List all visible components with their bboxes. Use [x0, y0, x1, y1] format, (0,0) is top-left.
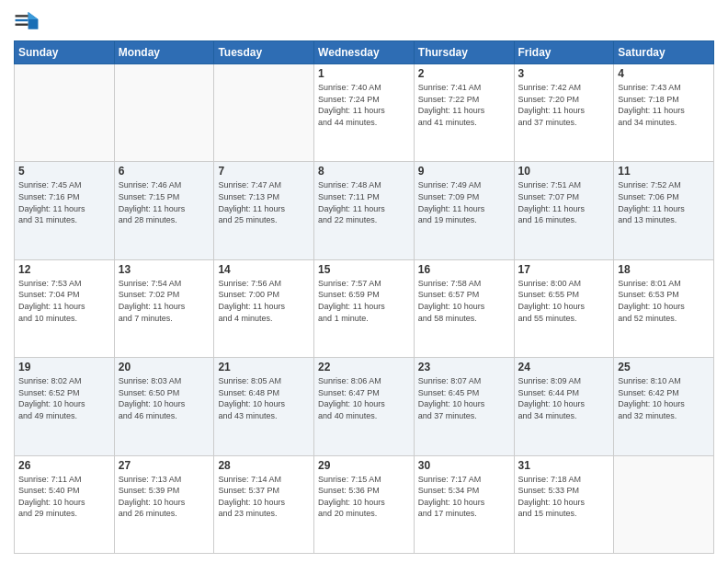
calendar-cell: 24Sunrise: 8:09 AM Sunset: 6:44 PM Dayli… — [514, 358, 614, 455]
calendar-cell: 17Sunrise: 8:00 AM Sunset: 6:55 PM Dayli… — [514, 259, 614, 357]
week-row: 1Sunrise: 7:40 AM Sunset: 7:24 PM Daylig… — [15, 64, 714, 162]
day-number: 29 — [318, 459, 410, 472]
day-number: 17 — [518, 263, 610, 276]
calendar-cell: 8Sunrise: 7:48 AM Sunset: 7:11 PM Daylig… — [314, 162, 415, 259]
day-info: Sunrise: 7:53 AM Sunset: 7:04 PM Dayligh… — [18, 278, 110, 324]
calendar-cell: 1Sunrise: 7:40 AM Sunset: 7:24 PM Daylig… — [314, 64, 415, 162]
day-info: Sunrise: 8:09 AM Sunset: 6:44 PM Dayligh… — [518, 375, 610, 421]
day-number: 14 — [218, 263, 310, 276]
day-info: Sunrise: 8:00 AM Sunset: 6:55 PM Dayligh… — [518, 278, 610, 324]
day-number: 8 — [318, 165, 410, 178]
week-row: 5Sunrise: 7:45 AM Sunset: 7:16 PM Daylig… — [15, 162, 714, 259]
day-info: Sunrise: 7:49 AM Sunset: 7:09 PM Dayligh… — [418, 179, 510, 225]
day-info: Sunrise: 7:43 AM Sunset: 7:18 PM Dayligh… — [618, 82, 710, 128]
day-number: 18 — [618, 263, 710, 276]
day-info: Sunrise: 7:41 AM Sunset: 7:22 PM Dayligh… — [418, 82, 510, 128]
day-info: Sunrise: 7:15 AM Sunset: 5:36 PM Dayligh… — [318, 474, 410, 520]
day-number: 22 — [318, 361, 410, 373]
day-number: 6 — [119, 165, 210, 178]
svg-rect-4 — [16, 19, 28, 21]
day-info: Sunrise: 7:48 AM Sunset: 7:11 PM Dayligh… — [318, 179, 410, 225]
day-number: 25 — [618, 361, 710, 373]
calendar-cell: 18Sunrise: 8:01 AM Sunset: 6:53 PM Dayli… — [614, 259, 714, 357]
day-info: Sunrise: 7:11 AM Sunset: 5:40 PM Dayligh… — [18, 474, 110, 520]
week-row: 19Sunrise: 8:02 AM Sunset: 6:52 PM Dayli… — [15, 358, 714, 455]
calendar-cell: 23Sunrise: 8:07 AM Sunset: 6:45 PM Dayli… — [414, 358, 514, 455]
day-info: Sunrise: 7:18 AM Sunset: 5:33 PM Dayligh… — [518, 474, 610, 520]
day-number: 13 — [119, 263, 210, 276]
calendar-cell: 19Sunrise: 8:02 AM Sunset: 6:52 PM Dayli… — [15, 358, 115, 455]
page: SundayMondayTuesdayWednesdayThursdayFrid… — [0, 0, 728, 563]
calendar-cell: 3Sunrise: 7:42 AM Sunset: 7:20 PM Daylig… — [514, 64, 614, 162]
day-info: Sunrise: 8:10 AM Sunset: 6:42 PM Dayligh… — [618, 375, 710, 421]
day-info: Sunrise: 7:42 AM Sunset: 7:20 PM Dayligh… — [518, 82, 610, 128]
day-info: Sunrise: 7:14 AM Sunset: 5:37 PM Dayligh… — [218, 474, 310, 520]
svg-rect-3 — [16, 15, 28, 17]
col-header-thursday: Thursday — [414, 41, 514, 64]
calendar-cell — [114, 64, 214, 162]
day-info: Sunrise: 8:05 AM Sunset: 6:48 PM Dayligh… — [218, 375, 310, 421]
day-info: Sunrise: 8:03 AM Sunset: 6:50 PM Dayligh… — [119, 375, 210, 421]
day-info: Sunrise: 7:45 AM Sunset: 7:16 PM Dayligh… — [18, 179, 110, 225]
day-number: 2 — [418, 67, 510, 80]
calendar-cell: 29Sunrise: 7:15 AM Sunset: 5:36 PM Dayli… — [314, 455, 415, 553]
day-number: 7 — [218, 165, 310, 178]
col-header-sunday: Sunday — [15, 41, 115, 64]
calendar-cell: 22Sunrise: 8:06 AM Sunset: 6:47 PM Dayli… — [314, 358, 415, 455]
calendar-cell: 28Sunrise: 7:14 AM Sunset: 5:37 PM Dayli… — [214, 455, 314, 553]
calendar-cell: 5Sunrise: 7:45 AM Sunset: 7:16 PM Daylig… — [15, 162, 115, 259]
calendar-cell: 10Sunrise: 7:51 AM Sunset: 7:07 PM Dayli… — [514, 162, 614, 259]
logo — [14, 9, 43, 35]
calendar-cell: 16Sunrise: 7:58 AM Sunset: 6:57 PM Dayli… — [414, 259, 514, 357]
calendar-cell: 4Sunrise: 7:43 AM Sunset: 7:18 PM Daylig… — [614, 64, 714, 162]
col-header-saturday: Saturday — [614, 41, 714, 64]
day-number: 4 — [618, 67, 710, 80]
calendar-cell: 7Sunrise: 7:47 AM Sunset: 7:13 PM Daylig… — [214, 162, 314, 259]
day-info: Sunrise: 8:01 AM Sunset: 6:53 PM Dayligh… — [618, 278, 710, 324]
day-number: 15 — [318, 263, 410, 276]
day-number: 3 — [518, 67, 610, 80]
day-number: 9 — [418, 165, 510, 178]
calendar-cell: 21Sunrise: 8:05 AM Sunset: 6:48 PM Dayli… — [214, 358, 314, 455]
calendar-cell: 11Sunrise: 7:52 AM Sunset: 7:06 PM Dayli… — [614, 162, 714, 259]
calendar-cell: 26Sunrise: 7:11 AM Sunset: 5:40 PM Dayli… — [15, 455, 115, 553]
calendar-cell: 9Sunrise: 7:49 AM Sunset: 7:09 PM Daylig… — [414, 162, 514, 259]
col-header-friday: Friday — [514, 41, 614, 64]
day-number: 10 — [518, 165, 610, 178]
day-number: 16 — [418, 263, 510, 276]
calendar-cell — [614, 455, 714, 553]
day-info: Sunrise: 7:46 AM Sunset: 7:15 PM Dayligh… — [119, 179, 210, 225]
svg-rect-5 — [16, 24, 28, 26]
day-info: Sunrise: 7:52 AM Sunset: 7:06 PM Dayligh… — [618, 179, 710, 225]
day-info: Sunrise: 7:51 AM Sunset: 7:07 PM Dayligh… — [518, 179, 610, 225]
calendar-cell — [15, 64, 115, 162]
calendar-cell: 15Sunrise: 7:57 AM Sunset: 6:59 PM Dayli… — [314, 259, 415, 357]
day-number: 20 — [119, 361, 210, 373]
day-number: 26 — [18, 459, 110, 472]
col-header-wednesday: Wednesday — [314, 41, 415, 64]
calendar-cell: 27Sunrise: 7:13 AM Sunset: 5:39 PM Dayli… — [114, 455, 214, 553]
day-number: 27 — [119, 459, 210, 472]
day-info: Sunrise: 7:40 AM Sunset: 7:24 PM Dayligh… — [318, 82, 410, 128]
calendar-cell: 2Sunrise: 7:41 AM Sunset: 7:22 PM Daylig… — [414, 64, 514, 162]
day-info: Sunrise: 7:58 AM Sunset: 6:57 PM Dayligh… — [418, 278, 510, 324]
calendar-cell: 13Sunrise: 7:54 AM Sunset: 7:02 PM Dayli… — [114, 259, 214, 357]
day-number: 5 — [18, 165, 110, 178]
logo-icon — [14, 9, 40, 35]
header — [14, 9, 714, 35]
week-row: 26Sunrise: 7:11 AM Sunset: 5:40 PM Dayli… — [15, 455, 714, 553]
day-number: 21 — [218, 361, 310, 373]
calendar-cell: 6Sunrise: 7:46 AM Sunset: 7:15 PM Daylig… — [114, 162, 214, 259]
day-info: Sunrise: 8:07 AM Sunset: 6:45 PM Dayligh… — [418, 375, 510, 421]
day-info: Sunrise: 7:57 AM Sunset: 6:59 PM Dayligh… — [318, 278, 410, 324]
day-info: Sunrise: 8:06 AM Sunset: 6:47 PM Dayligh… — [318, 375, 410, 421]
calendar-cell: 12Sunrise: 7:53 AM Sunset: 7:04 PM Dayli… — [15, 259, 115, 357]
calendar: SundayMondayTuesdayWednesdayThursdayFrid… — [14, 40, 714, 554]
calendar-cell: 25Sunrise: 8:10 AM Sunset: 6:42 PM Dayli… — [614, 358, 714, 455]
day-info: Sunrise: 7:54 AM Sunset: 7:02 PM Dayligh… — [119, 278, 210, 324]
day-number: 24 — [518, 361, 610, 373]
day-number: 28 — [218, 459, 310, 472]
calendar-cell: 31Sunrise: 7:18 AM Sunset: 5:33 PM Dayli… — [514, 455, 614, 553]
day-number: 1 — [318, 67, 410, 80]
calendar-cell: 14Sunrise: 7:56 AM Sunset: 7:00 PM Dayli… — [214, 259, 314, 357]
